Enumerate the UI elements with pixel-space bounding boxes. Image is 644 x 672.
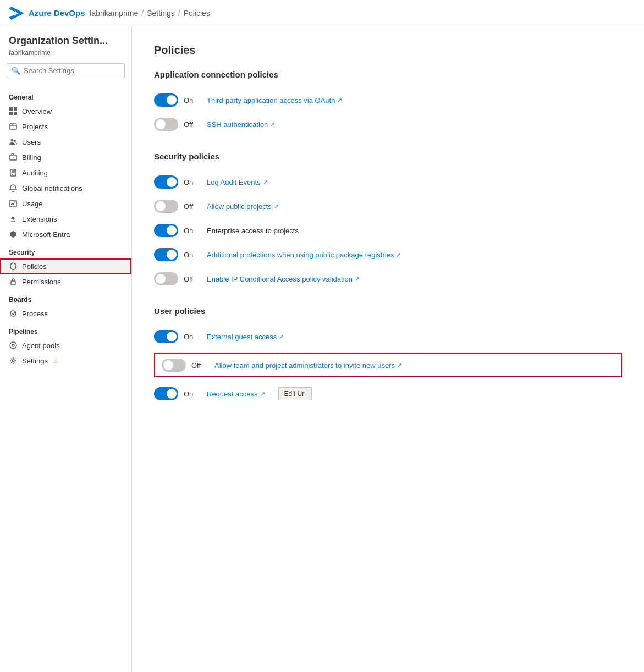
sidebar-item-agent-pools[interactable]: Agent pools [0,338,131,353]
policy-link-ip-conditional[interactable]: Enable IP Conditional Access policy vali… [207,275,360,283]
layout: Organization Settin... fabrikamprime 🔍 G… [0,26,644,672]
policy-row-external-guest: On External guest access ↗ [154,324,622,349]
extensions-icon [9,214,18,223]
sidebar-item-label: Users [22,138,41,146]
toggle-wrap-oauth: On [154,93,198,107]
sidebar-item-users[interactable]: Users [0,134,131,150]
settings-warning-icon: ⚠ [53,358,58,364]
toggle-additional-protections[interactable] [154,248,178,261]
policy-row-log-audit: On Log Audit Events ↗ [154,170,622,194]
svg-rect-2 [9,112,13,115]
grid-icon [9,107,18,115]
sidebar-item-overview[interactable]: Overview [0,103,131,119]
policy-link-additional-protections[interactable]: Additional protections when using public… [207,251,401,259]
auditing-icon [9,168,18,177]
sidebar-item-auditing[interactable]: Auditing [0,165,131,180]
section-title-user: User policies [154,306,622,316]
edit-url-button[interactable]: Edit Url [278,387,312,400]
sidebar-item-extensions[interactable]: Extensions [0,211,131,227]
sidebar-item-label: Auditing [22,169,48,177]
ext-link-icon-ip-conditional: ↗ [355,276,360,283]
sidebar-item-usage[interactable]: Usage [0,196,131,211]
toggle-invite-users[interactable] [162,359,186,372]
toggle-enterprise-access[interactable] [154,224,178,237]
org-title: Organization Settin... [0,35,131,49]
sidebar-item-settings-pipelines[interactable]: Settings ⚠ [0,353,131,368]
toggle-knob-ssh [156,119,166,129]
sidebar-item-projects[interactable]: Projects [0,119,131,134]
sidebar-item-label: Projects [22,123,48,131]
breadcrumb: fabrikamprime / Settings / Policies [90,9,210,18]
search-input[interactable] [24,67,120,75]
policy-row-additional-protections: On Additional protections when using pub… [154,243,622,267]
toggle-wrap-additional-protections: On [154,248,198,261]
policy-link-oauth[interactable]: Third-party application access via OAuth… [207,96,342,104]
section-title-app-connection: Application connection policies [154,70,622,79]
policy-link-ssh[interactable]: SSH authentication ↗ [207,120,275,129]
toggle-wrap-enterprise-access: On [154,224,198,237]
toggle-wrap-invite-users: Off [162,359,206,372]
main-content: Policies Application connection policies… [132,26,644,672]
svg-rect-4 [10,124,16,129]
permissions-icon [9,277,18,286]
breadcrumb-policies[interactable]: Policies [184,9,210,18]
policy-link-log-audit[interactable]: Log Audit Events ↗ [207,178,268,186]
toggle-log-audit[interactable] [154,175,178,189]
toggle-public-projects[interactable] [154,200,178,213]
sidebar-item-label: Process [22,310,48,318]
sidebar-item-policies[interactable]: Policies [0,258,131,274]
app-logo[interactable]: Azure DevOps [9,5,85,21]
usage-icon [9,199,18,208]
sidebar-item-label: Global notifications [22,184,82,192]
sidebar-section-pipelines: Pipelines [0,321,131,338]
sidebar-section-boards: Boards [0,289,131,306]
toggle-knob-oauth [167,95,177,105]
toggle-oauth[interactable] [154,93,178,107]
toggle-ssh[interactable] [154,118,178,131]
projects-icon [9,122,18,131]
toggle-ip-conditional[interactable] [154,272,178,285]
toggle-label-public-projects: Off [184,202,197,211]
policy-link-invite-users[interactable]: Allow team and project administrators to… [214,361,402,370]
toggle-label-request-access: On [184,390,197,398]
toggle-label-log-audit: On [184,178,197,186]
sidebar: Organization Settin... fabrikamprime 🔍 G… [0,26,132,672]
policy-link-external-guest[interactable]: External guest access ↗ [207,333,284,341]
toggle-label-invite-users: Off [191,361,205,370]
policy-text-enterprise-access: Enterprise access to projects [207,227,299,235]
policy-link-request-access[interactable]: Request access ↗ [207,390,265,398]
policy-row-public-projects: Off Allow public projects ↗ [154,194,622,218]
toggle-external-guest[interactable] [154,330,178,343]
sidebar-item-label: Settings [22,357,48,365]
search-box[interactable]: 🔍 [7,63,125,78]
toggle-knob-public-projects [156,201,166,211]
page-title: Policies [154,44,622,57]
sidebar-item-billing[interactable]: Billing [0,150,131,165]
section-title-security: Security policies [154,152,622,161]
ext-link-icon-invite-users: ↗ [397,362,402,369]
toggle-wrap-ssh: Off [154,118,198,131]
notifications-icon [9,184,18,192]
users-icon [9,137,18,146]
sidebar-item-label: Agent pools [22,341,60,350]
toggle-wrap-public-projects: Off [154,200,198,213]
toggle-request-access[interactable] [154,387,178,400]
svg-point-22 [12,360,14,362]
breadcrumb-org[interactable]: fabrikamprime [90,9,139,18]
policy-row-oauth: On Third-party application access via OA… [154,88,622,112]
sidebar-item-microsoft-entra[interactable]: Microsoft Entra [0,227,131,242]
sidebar-item-global-notifications[interactable]: Global notifications [0,180,131,196]
policy-link-public-projects[interactable]: Allow public projects ↗ [207,202,279,211]
toggle-knob-external-guest [167,332,177,341]
sidebar-item-label: Billing [22,153,41,162]
svg-rect-3 [14,112,17,115]
ext-link-icon-oauth: ↗ [337,97,342,104]
svg-rect-15 [10,200,16,207]
svg-point-21 [12,344,14,346]
toggle-label-ip-conditional: Off [184,275,197,283]
sidebar-item-process[interactable]: Process [0,306,131,321]
policy-row-invite-users-highlighted: Off Allow team and project administrator… [154,353,622,377]
toggle-knob-ip-conditional [156,274,166,284]
breadcrumb-settings[interactable]: Settings [147,9,175,18]
sidebar-item-permissions[interactable]: Permissions [0,274,131,289]
